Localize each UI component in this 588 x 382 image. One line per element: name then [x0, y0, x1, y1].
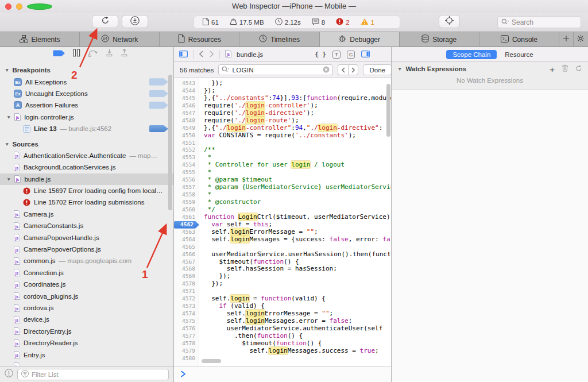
breakpoint-toggle-pill[interactable]	[149, 125, 168, 133]
breakpoint-flag[interactable]: 4562	[174, 221, 199, 229]
disclosure-triangle-icon[interactable]: ▼	[6, 176, 11, 182]
tree-item-connection-js[interactable]: jsConnection.js	[0, 267, 173, 279]
gutter-line-number[interactable]: 4554	[174, 161, 199, 169]
gutter-line-number[interactable]: 4548	[174, 117, 199, 125]
gutter-line-number[interactable]: 4570	[174, 280, 199, 288]
gutter-line-number[interactable]: 4577	[174, 333, 199, 340]
sidebar-scrollbar-thumb[interactable]	[168, 75, 172, 210]
tab-elements[interactable]: Elements	[0, 32, 80, 47]
gutter-line-number[interactable]: 4568	[174, 265, 199, 273]
stat-load-time[interactable]: 2.12s	[275, 18, 301, 26]
tab-scope-chain[interactable]: Scope Chain	[446, 50, 497, 59]
gutter-line-number[interactable]: 4545	[174, 95, 199, 102]
filter-list-input[interactable]	[32, 371, 165, 378]
gutter-line-number[interactable]: 4543	[174, 80, 199, 87]
gutter-line-number[interactable]: 4556	[174, 176, 199, 184]
disclosure-triangle-icon[interactable]: ▼	[5, 141, 9, 147]
code-coverage-icon[interactable]: C	[347, 51, 355, 59]
done-button[interactable]: Done	[363, 64, 391, 75]
gutter-line-number[interactable]: 4547	[174, 110, 199, 117]
tab-storage[interactable]: Storage	[400, 32, 479, 47]
tree-item-bundle-js[interactable]: ▼jsbundle.js	[0, 173, 173, 185]
tree-item[interactable]: js	[0, 361, 173, 366]
breakpoints-toggle-icon[interactable]	[53, 49, 65, 59]
gutter-line-number[interactable]: 4575	[174, 318, 199, 325]
breakpoint-toggle-pill[interactable]	[149, 102, 168, 109]
gutter-line-number[interactable]: 4573	[174, 303, 199, 310]
tree-item-common-js[interactable]: jscommon.js — maps.googleapis.com	[0, 255, 173, 267]
gutter-line-number[interactable]: 4552	[174, 146, 199, 154]
info-circle-icon[interactable]	[5, 369, 13, 380]
pretty-print-icon[interactable]: { }	[315, 51, 326, 58]
gutter-line-number[interactable]: 4563	[174, 229, 199, 236]
tree-item-cordova-js[interactable]: jscordova.js	[0, 302, 173, 314]
gutter-line-number[interactable]: 4571	[174, 288, 199, 295]
tab-timelines[interactable]: Timelines	[239, 32, 319, 47]
type-profiler-icon[interactable]: T	[332, 51, 341, 59]
search-input[interactable]	[512, 18, 577, 26]
tab-resources[interactable]: Resources	[160, 32, 239, 47]
gutter-line-number[interactable]: 4576	[174, 325, 199, 333]
gutter-line-number[interactable]: 4551	[174, 140, 199, 147]
stat-log-count[interactable]: 8	[312, 18, 325, 26]
gutter-line-number[interactable]: 4553	[174, 154, 199, 161]
editor-file-name[interactable]: bundle.js	[237, 51, 263, 58]
stat-warning-count[interactable]: 1	[361, 18, 374, 26]
breakpoint-toggle-pill[interactable]	[149, 90, 168, 98]
tree-item-line-15702-error-loading-submissions[interactable]: Line 15702 Error loading submissions	[0, 196, 173, 208]
forward-icon[interactable]	[209, 51, 214, 59]
settings-button[interactable]	[574, 32, 588, 47]
next-match-button[interactable]	[348, 64, 358, 75]
tree-item-backgroundlocationservices-js[interactable]: jsBackgroundLocationServices.js	[0, 161, 173, 173]
quick-console-bar[interactable]	[174, 366, 391, 382]
find-field[interactable]	[218, 64, 333, 75]
gutter-line-number[interactable]: 4565	[174, 244, 199, 251]
gutter-line-number[interactable]: 4555	[174, 169, 199, 176]
gutter-line-number[interactable]: 4578	[174, 340, 199, 348]
stat-resource-count[interactable]: 61	[203, 18, 219, 26]
tree-item-camerapopoveroptions-js[interactable]: jsCameraPopoverOptions.js	[0, 244, 173, 255]
tree-item-camera-js[interactable]: jsCamera.js	[0, 209, 173, 220]
gutter-line-number[interactable]: 4579	[174, 348, 199, 355]
tab-debugger[interactable]: Debugger	[320, 32, 400, 47]
element-picker-button[interactable]	[439, 15, 460, 28]
tree-item-assertion-failures[interactable]: AAssertion Failures	[0, 99, 173, 111]
tab-resource[interactable]: Resource	[505, 51, 533, 58]
trash-icon[interactable]	[562, 64, 568, 74]
left-sidebar-toggle-icon[interactable]	[179, 51, 188, 59]
gutter-line-number[interactable]: 4546	[174, 102, 199, 110]
disclosure-triangle-icon[interactable]: ▼	[5, 67, 9, 73]
find-input[interactable]	[232, 67, 320, 74]
filter-list-field[interactable]	[17, 369, 169, 380]
download-button[interactable]	[122, 15, 148, 28]
clear-icon[interactable]	[323, 65, 330, 75]
tree-item-authenticationservice-authenticate[interactable]: jsAuthenticationService.Authenticate — m…	[0, 150, 173, 161]
tree-item-cameraconstants-js[interactable]: jsCameraConstants.js	[0, 220, 173, 231]
right-sidebar-toggle-icon[interactable]	[361, 51, 370, 59]
minimize-button[interactable]	[16, 3, 22, 10]
global-search-field[interactable]	[497, 16, 581, 28]
tab-network[interactable]: Network	[80, 32, 160, 47]
refresh-icon[interactable]	[575, 64, 582, 74]
gutter-line-number[interactable]: 4569	[174, 273, 199, 280]
disclosure-triangle-icon[interactable]: ▼	[397, 66, 402, 72]
tree-item-directoryentry-js[interactable]: jsDirectoryEntry.js	[0, 326, 173, 337]
tree-item-directoryreader-js[interactable]: jsDirectoryReader.js	[0, 337, 173, 349]
add-watch-expression-icon[interactable]: +	[550, 65, 555, 74]
tree-item-uncaught-exceptions[interactable]: ExUncaught Exceptions	[0, 88, 173, 99]
gutter-line-number[interactable]: 4544	[174, 87, 199, 95]
gutter-line-number[interactable]: 4557	[174, 184, 199, 191]
source-code-view[interactable]: 4543 });4544});4545},{"../constants":74}…	[174, 78, 391, 366]
previous-match-button[interactable]	[338, 64, 348, 75]
step-out-icon[interactable]	[121, 49, 128, 59]
tree-item-coordinates-js[interactable]: jsCoordinates.js	[0, 279, 173, 290]
gutter-line-number[interactable]: 4580	[174, 355, 199, 362]
back-icon[interactable]	[199, 51, 204, 59]
gutter-line-number[interactable]: 4566	[174, 251, 199, 258]
gutter-line-number[interactable]: 4567	[174, 258, 199, 266]
gutter-line-number[interactable]: 4558	[174, 191, 199, 199]
gutter-line-number[interactable]: 4559	[174, 199, 199, 206]
gutter-line-number[interactable]: 4572	[174, 295, 199, 303]
sources-section-header[interactable]: ▼ Sources	[0, 138, 173, 149]
horizontal-scrollbar-thumb[interactable]	[202, 359, 221, 363]
